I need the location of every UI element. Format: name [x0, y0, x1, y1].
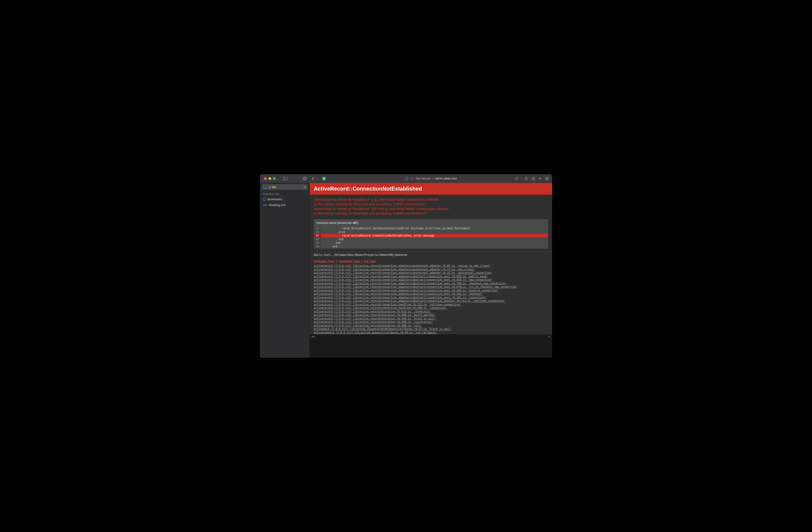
svg-rect-7: [546, 179, 547, 180]
code-row: 86 else: [314, 230, 548, 234]
error-title: ActiveRecord::ConnectionNotEstablished: [310, 183, 552, 195]
trace-line[interactable]: activerecord (7.0.0.rc1) lib/active_reco…: [314, 317, 548, 321]
svg-rect-13: [304, 187, 305, 188]
line-number: 89: [314, 241, 321, 245]
trace-line[interactable]: activerecord (7.0.0.rc1) lib/active_reco…: [314, 285, 548, 289]
trace-line[interactable]: activerecord (7.0.0.rc1) lib/active_reco…: [314, 268, 548, 271]
web-console[interactable]: >> x: [310, 334, 552, 358]
code-row: 87 raise ActiveRecord::ConnectionNotEsta…: [314, 234, 548, 238]
svg-rect-2: [303, 178, 306, 180]
privacy-shield-icon[interactable]: [405, 177, 408, 181]
monitor-icon: [263, 186, 267, 188]
sidebar-item-bookmarks[interactable]: Bookmarks: [262, 197, 308, 202]
source-title: Extracted source (around line #87):: [314, 219, 548, 227]
line-number: 85: [314, 227, 321, 230]
svg-rect-10: [264, 186, 267, 187]
trace-line[interactable]: activerecord (7.0.0.rc1) lib/active_reco…: [314, 306, 548, 310]
code-row: 89 end: [314, 241, 548, 245]
sidebar-item-reading-list[interactable]: Reading List: [262, 202, 308, 207]
code-cell: end: [321, 238, 548, 241]
sidebar-tab-current[interactable]: 1 Tab: [262, 184, 308, 190]
reader-aa-icon[interactable]: A: [410, 177, 414, 180]
trace-line[interactable]: actionpack (7.0.0.rc1) lib/action_dispat…: [314, 327, 548, 331]
svg-rect-0: [284, 177, 287, 180]
error-message: connection to server at "localhost" (::1…: [310, 195, 552, 217]
traces-nav: Application Trace | Framework Trace | Fu…: [310, 259, 552, 264]
trace-line[interactable]: activerecord (7.0.0.rc1) lib/active_reco…: [314, 271, 548, 275]
nav-forward-button[interactable]: [316, 177, 319, 180]
nav-back-button[interactable]: [311, 177, 315, 180]
code-cell: end: [321, 241, 548, 245]
tab-grid-icon[interactable]: [545, 177, 549, 180]
new-tab-icon[interactable]: [538, 177, 542, 180]
trace-line[interactable]: activerecord (7.0.0.rc1) lib/active_reco…: [314, 282, 548, 286]
trace-line[interactable]: activerecord (7.0.0.rc1) lib/active_reco…: [314, 264, 548, 268]
sidebar-toggle-icon[interactable]: [282, 176, 288, 181]
console-close-button[interactable]: x: [548, 335, 550, 338]
tab-grid-small-icon[interactable]: [304, 186, 306, 188]
error-message-line: connection to server at "localhost" (::1…: [314, 197, 548, 202]
source-extract: Extracted source (around line #87): 85 r…: [314, 219, 548, 248]
svg-point-16: [265, 204, 267, 205]
bookmark-icon: [263, 198, 266, 201]
trace-line[interactable]: activerecord (7.0.0.rc1) lib/active_reco…: [314, 303, 548, 306]
trace-tab-application[interactable]: Application Trace: [314, 260, 335, 263]
trace-tab-full[interactable]: Full Trace: [364, 260, 376, 263]
trace-line[interactable]: activesupport (7.0.0.rc1) lib/active_sup…: [314, 331, 548, 334]
error-message-line: Is the server running on that host and a…: [314, 202, 548, 206]
sidebar-item-label: Reading List: [269, 203, 285, 207]
svg-rect-11: [304, 186, 305, 187]
trace-line[interactable]: activerecord (7.0.0.rc1) lib/active_reco…: [314, 324, 548, 328]
line-number: 90: [314, 245, 321, 248]
trace-line[interactable]: activerecord (7.0.0.rc1) lib/active_reco…: [314, 296, 548, 300]
grammarly-extension-icon[interactable]: [322, 176, 326, 181]
svg-rect-8: [547, 179, 548, 180]
window-close-button[interactable]: [264, 177, 267, 180]
code-cell: else: [321, 230, 548, 234]
line-number: 87: [314, 234, 321, 238]
line-number: 86: [314, 230, 321, 234]
share-icon[interactable]: [532, 177, 535, 181]
sidebar-tab-label: 1 Tab: [269, 185, 276, 189]
browser-window: A Not Secure — admin.jdeen.test: [260, 174, 552, 358]
glasses-icon: [263, 204, 267, 206]
code-table: 85 raise ActiveRecord::DatabaseConnectio…: [314, 227, 548, 248]
sidebar-item-label: Bookmarks: [267, 198, 282, 201]
svg-rect-3: [304, 177, 306, 179]
code-cell: raise ActiveRecord::ConnectionNotEstabli…: [321, 234, 548, 238]
error-message-line: connection to server at "localhost" (127…: [314, 207, 548, 211]
rails-root: Rails.root: /Volumes/Dev/JDeen/Projects/…: [310, 252, 552, 259]
sidebar: 1 Tab Collected Links Bookmarks Reading …: [260, 183, 310, 358]
trace-tab-framework[interactable]: Framework Trace: [339, 260, 360, 263]
titlebar: A Not Secure — admin.jdeen.test: [260, 174, 552, 183]
trace-line[interactable]: activerecord (7.0.0.rc1) lib/active_reco…: [314, 275, 548, 278]
security-label: Not Secure: [416, 177, 431, 180]
tab-overview-icon[interactable]: [302, 176, 307, 181]
bookmark-star-icon[interactable]: [524, 177, 528, 181]
trace-line[interactable]: activerecord (7.0.0.rc1) lib/active_reco…: [314, 320, 548, 324]
traffic-lights: [261, 177, 276, 180]
reload-button[interactable]: [515, 177, 518, 180]
address-bar[interactable]: A Not Secure — admin.jdeen.test: [405, 177, 457, 181]
window-minimize-button[interactable]: [269, 177, 271, 180]
code-row: 88 end: [314, 238, 548, 241]
trace-line[interactable]: activerecord (7.0.0.rc1) lib/active_reco…: [314, 292, 548, 296]
error-message-line: Is the server running on that host and a…: [314, 211, 548, 216]
console-prompt[interactable]: >>: [310, 334, 552, 339]
line-number: 88: [314, 238, 321, 241]
window-maximize-button[interactable]: [273, 177, 276, 180]
code-row: 90 end: [314, 245, 548, 248]
code-cell: raise ActiveRecord::DatabaseConnectionEr…: [321, 227, 548, 230]
trace-line[interactable]: activerecord (7.0.0.rc1) lib/active_reco…: [314, 278, 548, 282]
trace-line[interactable]: activerecord (7.0.0.rc1) lib/active_reco…: [314, 289, 548, 292]
trace-line[interactable]: activerecord (7.0.0.rc1) lib/active_reco…: [314, 310, 548, 314]
code-row: 85 raise ActiveRecord::DatabaseConnectio…: [314, 227, 548, 230]
svg-point-15: [263, 204, 265, 205]
trace-line[interactable]: activerecord (7.0.0.rc1) lib/active_reco…: [314, 299, 548, 303]
svg-rect-14: [305, 187, 306, 188]
trace-list: activerecord (7.0.0.rc1) lib/active_reco…: [310, 264, 552, 334]
svg-rect-5: [546, 177, 547, 178]
address-host: admin.jdeen.test: [435, 177, 457, 180]
trace-line[interactable]: activerecord (7.0.0.rc1) lib/active_reco…: [314, 313, 548, 317]
address-text: Not Secure — admin.jdeen.test: [416, 177, 457, 180]
